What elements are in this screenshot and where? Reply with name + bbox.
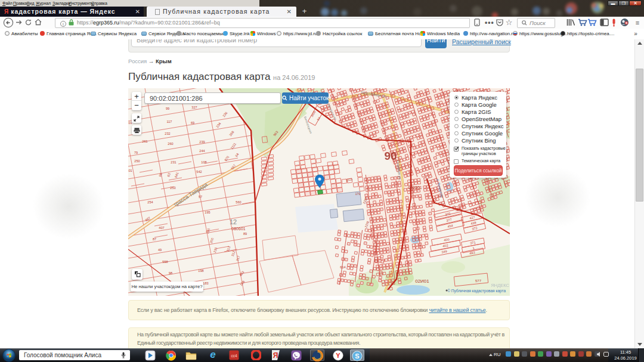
svg-text:89: 89 xyxy=(243,232,247,236)
svg-text:254: 254 xyxy=(147,200,153,204)
svg-text:560: 560 xyxy=(236,200,241,204)
svg-text:080601: 080601 xyxy=(231,227,245,231)
svg-text:ЯНДЕКС: ЯНДЕКС xyxy=(491,283,509,288)
svg-text:© Публичная кадастровая карта: © Публичная кадастровая карта xyxy=(447,289,506,293)
svg-text:183: 183 xyxy=(203,281,208,285)
svg-text:79: 79 xyxy=(134,151,138,154)
svg-text:12: 12 xyxy=(230,218,237,225)
svg-text:49: 49 xyxy=(158,248,162,252)
svg-text:542: 542 xyxy=(196,170,202,174)
svg-text:117: 117 xyxy=(167,120,172,123)
svg-text:98: 98 xyxy=(169,271,172,275)
svg-text:69: 69 xyxy=(191,121,194,125)
svg-text:Я: Я xyxy=(273,351,278,360)
svg-text:99: 99 xyxy=(166,107,169,110)
svg-text:Y: Y xyxy=(336,352,340,359)
svg-text:02И01: 02И01 xyxy=(415,279,429,284)
svg-text:260: 260 xyxy=(168,142,173,146)
svg-text:87: 87 xyxy=(153,237,156,241)
svg-text:S: S xyxy=(355,352,359,360)
svg-text:614: 614 xyxy=(340,265,345,269)
svg-text:232: 232 xyxy=(165,132,170,135)
svg-text:101: 101 xyxy=(128,169,132,172)
svg-text:244: 244 xyxy=(199,149,205,153)
svg-text:231: 231 xyxy=(171,160,176,164)
svg-text:cc4: cc4 xyxy=(231,354,237,358)
svg-text:90: 90 xyxy=(384,150,397,162)
svg-text:195: 195 xyxy=(205,211,210,214)
svg-text:170: 170 xyxy=(355,192,361,196)
svg-text:020201: 020201 xyxy=(408,185,422,190)
svg-text:239: 239 xyxy=(199,140,205,144)
svg-text:250: 250 xyxy=(134,159,140,163)
svg-text:57: 57 xyxy=(199,195,202,199)
svg-text:261: 261 xyxy=(142,140,147,143)
svg-text:558: 558 xyxy=(162,260,168,264)
svg-text:108: 108 xyxy=(201,160,206,164)
svg-text:253: 253 xyxy=(170,186,175,190)
svg-text:577: 577 xyxy=(475,279,482,283)
svg-text:327: 327 xyxy=(191,106,197,109)
svg-text:407: 407 xyxy=(159,226,164,230)
svg-text:198: 198 xyxy=(198,269,203,273)
